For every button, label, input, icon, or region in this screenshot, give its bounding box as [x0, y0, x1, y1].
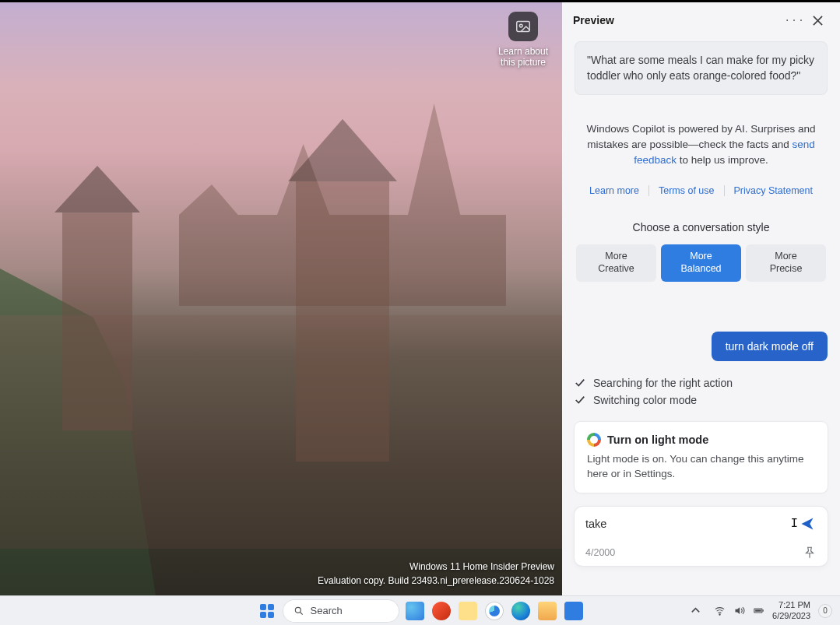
build-watermark: Windows 11 Home Insider Preview Evaluati… [318, 560, 554, 588]
check-icon [575, 395, 585, 406]
volume-icon[interactable] [733, 605, 745, 616]
char-counter: 4/2000 [585, 547, 615, 558]
prompt-input[interactable] [585, 518, 743, 530]
card-title: Turn on light mode [607, 434, 708, 446]
terms-link[interactable]: Terms of use [648, 185, 724, 196]
wifi-icon[interactable] [714, 605, 726, 616]
svg-point-2 [295, 607, 301, 613]
check-icon [575, 377, 585, 388]
tray-overflow-button[interactable] [684, 600, 706, 622]
example-prompt-card[interactable]: "What are some meals I can make for my p… [575, 41, 828, 95]
action-result-card[interactable]: Turn on light mode Light mode is on. You… [575, 422, 828, 493]
svg-rect-5 [755, 609, 761, 612]
spotlight-line2: this picture [498, 57, 548, 68]
taskbar: Search 7:2 [0, 595, 840, 625]
search-placeholder: Search [311, 605, 343, 616]
copilot-pane: Preview · · · "What are some meals I can… [562, 0, 840, 595]
microsoft-store-button[interactable] [563, 600, 585, 622]
conversation-style-label: Choose a conversation style [575, 221, 828, 233]
taskbar-clock[interactable]: 7:21 PM 6/29/2023 [772, 600, 810, 622]
notifications-button[interactable]: 0 [818, 604, 832, 618]
pinned-app[interactable] [483, 600, 505, 622]
scenery-shape [62, 212, 132, 430]
svg-rect-6 [763, 609, 764, 612]
pin-button[interactable] [803, 546, 817, 560]
spotlight-line1: Learn about [498, 46, 548, 57]
assistant-action-row: Searching for the right action [575, 377, 828, 389]
file-explorer-button[interactable] [536, 600, 558, 622]
style-more-creative[interactable]: MoreCreative [576, 244, 656, 281]
edge-taskbar-button[interactable] [510, 600, 532, 622]
ai-disclaimer: Windows Copilot is powered by AI. Surpri… [582, 121, 820, 169]
desktop-wallpaper[interactable]: Learn about this picture Windows 11 Home… [0, 0, 562, 595]
close-button[interactable] [806, 9, 829, 32]
search-icon [293, 606, 304, 616]
send-button[interactable] [798, 514, 817, 533]
card-body: Light mode is on. You can change this an… [587, 451, 815, 482]
style-more-balanced[interactable]: MoreBalanced [661, 244, 741, 281]
scenery-shape [296, 181, 389, 462]
pinned-app[interactable] [431, 600, 452, 622]
copilot-taskbar-button[interactable] [404, 600, 426, 622]
learn-more-link[interactable]: Learn more [580, 185, 648, 196]
chevron-up-icon [690, 605, 701, 616]
settings-app-icon [587, 433, 601, 447]
style-more-precise[interactable]: MorePrecise [746, 244, 826, 281]
user-message: turn dark mode off [712, 332, 828, 361]
text-cursor-icon: I [790, 517, 798, 531]
svg-point-1 [519, 24, 522, 27]
spotlight-badge[interactable]: Learn about this picture [498, 12, 548, 68]
pane-title: Preview [573, 14, 614, 26]
more-options-button[interactable]: · · · [782, 9, 806, 32]
start-button[interactable] [256, 600, 278, 622]
assistant-action-row: Switching color mode [575, 394, 828, 406]
battery-icon[interactable] [753, 605, 764, 616]
picture-icon [508, 12, 538, 41]
svg-point-3 [719, 614, 720, 615]
taskbar-search[interactable]: Search [283, 599, 399, 623]
conversation-style-group: MoreCreative MoreBalanced MorePrecise [575, 244, 828, 281]
prompt-composer: I 4/2000 [575, 507, 828, 566]
privacy-link[interactable]: Privacy Statement [724, 185, 822, 196]
pinned-app[interactable] [457, 600, 479, 622]
